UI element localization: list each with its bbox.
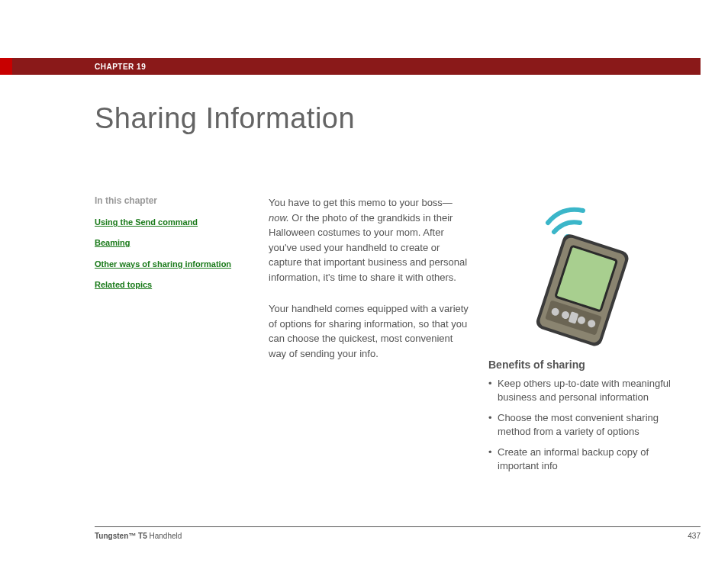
handheld-icon <box>488 179 656 346</box>
chapter-label: CHAPTER 19 <box>95 63 146 71</box>
page-title: Sharing Information <box>95 102 355 135</box>
link-send-command[interactable]: Using the Send command <box>95 217 232 228</box>
benefit-item: Create an informal backup copy of import… <box>488 446 687 472</box>
chapter-header: CHAPTER 19 <box>0 58 701 75</box>
intro-p1-b: Or the photo of the grandkids in their H… <box>269 212 467 283</box>
product-model: Tungsten™ T5 <box>95 532 147 540</box>
benefit-item: Choose the most convenient sharing metho… <box>488 411 687 438</box>
header-accent <box>0 58 12 75</box>
sidebar-heading: In this chapter <box>95 195 232 206</box>
intro-paragraph-2: Your handheld comes equipped with a vari… <box>269 301 469 361</box>
intro-text: You have to get this memo to your boss—n… <box>269 195 469 378</box>
product-name: Tungsten™ T5 Handheld <box>95 532 182 540</box>
link-beaming[interactable]: Beaming <box>95 237 232 249</box>
handheld-beaming-illustration <box>488 179 656 346</box>
page-footer: Tungsten™ T5 Handheld 437 <box>95 526 701 540</box>
product-suffix: Handheld <box>147 532 182 540</box>
benefit-item: Keep others up-to-date with meaningful b… <box>488 377 687 404</box>
in-this-chapter: In this chapter Using the Send command B… <box>95 195 232 301</box>
link-related-topics[interactable]: Related topics <box>95 279 232 291</box>
benefits-list: Keep others up-to-date with meaningful b… <box>488 377 687 472</box>
benefits-section: Benefits of sharing Keep others up-to-da… <box>488 359 687 480</box>
intro-p1-a: You have to get this memo to your boss— <box>269 197 453 208</box>
intro-p1-emphasis: now. <box>269 212 289 224</box>
link-other-ways[interactable]: Other ways of sharing information <box>95 259 232 270</box>
benefits-heading: Benefits of sharing <box>488 359 687 371</box>
intro-paragraph-1: You have to get this memo to your boss—n… <box>269 195 469 285</box>
page-number: 437 <box>688 532 701 540</box>
